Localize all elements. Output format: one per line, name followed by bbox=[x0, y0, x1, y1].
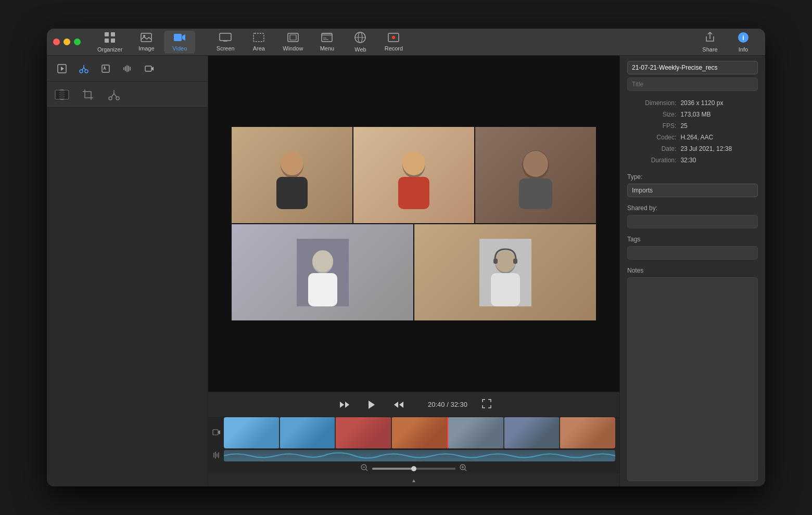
codec-row: Codec: H.264, AAC bbox=[627, 132, 758, 143]
shared-by-field[interactable] bbox=[627, 215, 758, 228]
dimension-value: 2036 x 1120 px bbox=[680, 97, 758, 109]
fast-forward-button[interactable] bbox=[390, 396, 407, 413]
duration-value: 32:30 bbox=[680, 154, 758, 166]
toolbar-share[interactable]: Share bbox=[694, 29, 726, 55]
svg-text:i: i bbox=[742, 34, 744, 42]
date-value: 23 Jul 2021, 12:38 bbox=[680, 143, 758, 154]
timeline-video-icon bbox=[212, 428, 221, 438]
timeline-audio-track[interactable] bbox=[224, 450, 615, 461]
play-pause-button[interactable] bbox=[363, 396, 380, 413]
type-select[interactable]: Imports Exports Recordings bbox=[627, 184, 758, 197]
tags-field[interactable] bbox=[627, 246, 758, 260]
toolbar-organizer[interactable]: Organizer bbox=[91, 30, 129, 55]
window-icon bbox=[287, 33, 299, 44]
toolbar-screen[interactable]: Screen bbox=[210, 31, 241, 54]
svg-point-34 bbox=[402, 151, 425, 175]
timeline-area bbox=[208, 417, 619, 474]
play-button[interactable] bbox=[53, 60, 71, 78]
toolbar-info[interactable]: i Info bbox=[728, 30, 759, 55]
toolbar-web[interactable]: Web bbox=[345, 30, 376, 55]
participant-face-5 bbox=[414, 224, 596, 320]
svg-rect-8 bbox=[253, 33, 264, 42]
toolbar-area[interactable]: Area bbox=[243, 31, 274, 54]
annotate-button[interactable] bbox=[97, 60, 115, 78]
svg-point-41 bbox=[312, 250, 333, 272]
info-table: Dimension: 2036 x 1120 px Size: 173,03 M… bbox=[627, 97, 758, 166]
thumb-5 bbox=[448, 417, 503, 448]
zoom-slider[interactable] bbox=[372, 468, 455, 470]
traffic-lights bbox=[53, 38, 81, 45]
svg-rect-1 bbox=[111, 32, 115, 36]
toolbar-record[interactable]: Record bbox=[378, 31, 409, 54]
rewind-button[interactable] bbox=[336, 396, 353, 413]
area-icon bbox=[253, 33, 264, 44]
crop-tool[interactable] bbox=[79, 86, 97, 104]
thumb-2 bbox=[280, 417, 335, 448]
title-bar: Organizer Image bbox=[47, 29, 765, 56]
share-label: Share bbox=[702, 46, 717, 53]
svg-rect-23 bbox=[145, 66, 151, 71]
web-label: Web bbox=[354, 46, 366, 53]
title-field[interactable] bbox=[627, 78, 758, 91]
record-icon bbox=[388, 33, 399, 44]
screen-label: Screen bbox=[217, 45, 235, 52]
video-cell-3 bbox=[475, 127, 596, 223]
timeline-audio-icon bbox=[212, 451, 221, 461]
fullscreen-button[interactable] bbox=[482, 399, 491, 410]
zoom-in-icon[interactable] bbox=[460, 464, 467, 473]
time-display: 20:40 / 32:30 bbox=[428, 401, 467, 408]
filename-field[interactable] bbox=[627, 61, 758, 74]
video-grid bbox=[232, 127, 596, 320]
notes-area[interactable] bbox=[627, 277, 758, 481]
minimize-button[interactable] bbox=[64, 38, 70, 45]
participant-face-2 bbox=[353, 127, 474, 223]
zoom-out-icon[interactable] bbox=[361, 464, 368, 473]
shared-by-label: Shared by: bbox=[627, 204, 758, 212]
svg-rect-46 bbox=[493, 259, 498, 264]
timeline-video-track[interactable] bbox=[224, 417, 615, 448]
right-sidebar: Dimension: 2036 x 1120 px Size: 173,03 M… bbox=[619, 56, 765, 486]
area-label: Area bbox=[253, 45, 265, 52]
thumb-3 bbox=[336, 417, 391, 448]
toolbar-menu[interactable]: Menu bbox=[311, 31, 342, 54]
date-label: Date: bbox=[627, 143, 680, 154]
svg-rect-33 bbox=[398, 177, 429, 209]
app-window: Organizer Image bbox=[47, 29, 765, 486]
codec-label: Codec: bbox=[627, 132, 680, 143]
svg-rect-7 bbox=[220, 33, 231, 41]
participant-face-4 bbox=[232, 224, 413, 320]
web-icon bbox=[354, 32, 366, 45]
svg-rect-22 bbox=[102, 65, 109, 72]
edit-tools-row bbox=[47, 82, 208, 108]
video-preview bbox=[208, 56, 619, 392]
video-bottom-row bbox=[232, 224, 596, 320]
playhead[interactable] bbox=[447, 417, 448, 448]
camera-edit-button[interactable] bbox=[141, 60, 158, 78]
dimension-row: Dimension: 2036 x 1120 px bbox=[627, 97, 758, 109]
organizer-label: Organizer bbox=[97, 46, 122, 53]
video-cell-1 bbox=[232, 127, 352, 223]
share-icon bbox=[705, 31, 715, 44]
audio-button[interactable] bbox=[119, 60, 136, 78]
toolbar-video[interactable]: Video bbox=[164, 31, 195, 54]
zoom-row bbox=[208, 463, 619, 474]
split-tool[interactable] bbox=[105, 86, 123, 104]
toolbar-image[interactable]: Image bbox=[131, 31, 162, 54]
image-icon bbox=[141, 33, 152, 44]
close-button[interactable] bbox=[53, 38, 60, 45]
svg-point-45 bbox=[495, 250, 516, 272]
duration-row: Duration: 32:30 bbox=[627, 154, 758, 166]
collapse-arrow[interactable]: ▲ bbox=[411, 478, 416, 483]
cut-button[interactable] bbox=[75, 60, 93, 78]
player-controls: 20:40 / 32:30 bbox=[208, 392, 619, 417]
toolbar-window[interactable]: Window bbox=[276, 31, 309, 54]
tags-label: Tags bbox=[627, 236, 758, 243]
svg-rect-44 bbox=[491, 273, 520, 306]
sidebar-content bbox=[47, 108, 208, 486]
svg-rect-10 bbox=[290, 35, 296, 40]
maximize-button[interactable] bbox=[74, 38, 81, 45]
video-label: Video bbox=[172, 45, 187, 52]
svg-rect-0 bbox=[105, 32, 109, 36]
svg-rect-36 bbox=[519, 178, 552, 209]
trim-tool[interactable] bbox=[53, 86, 71, 104]
